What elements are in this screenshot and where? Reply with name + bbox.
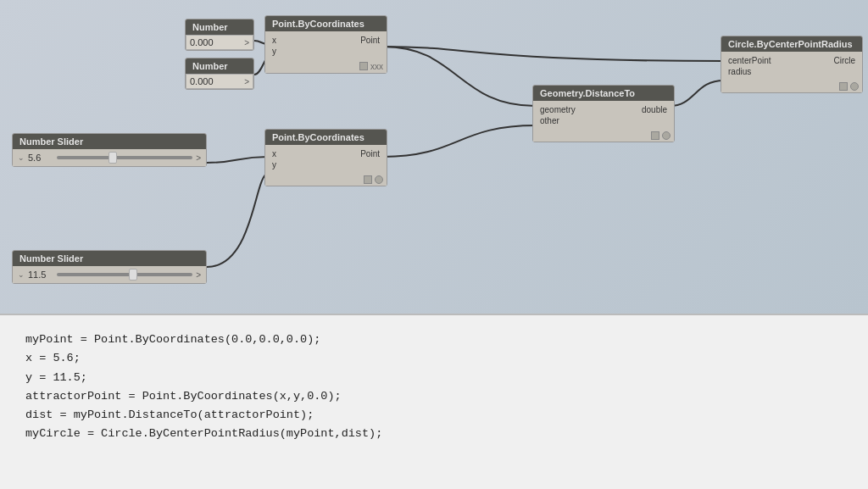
point-node-2-header: Point.ByCoordinates — [265, 130, 387, 145]
node-canvas[interactable]: Number 0.000 > Number 0.000 > Point.ByCo… — [0, 0, 868, 314]
circle-node-footer-sq — [839, 82, 848, 91]
geo-dist-footer-sq — [651, 131, 659, 140]
slider-node-1: Number Slider ⌄ 5.6 > — [12, 133, 207, 167]
point-node-1-footer-sq — [359, 62, 368, 70]
code-panel: myPoint = Point.ByCoordinates(0.0,0.0,0.… — [0, 314, 868, 489]
code-display: myPoint = Point.ByCoordinates(0.0,0.0,0.… — [25, 331, 843, 444]
point-node-1-port-x: x — [270, 36, 278, 45]
circle-node-header: Circle.ByCenterPointRadius — [721, 36, 862, 52]
number-node-1-arrow: > — [244, 38, 249, 47]
slider-node-1-header: Number Slider — [13, 134, 206, 149]
code-line-1: myPoint = Point.ByCoordinates(0.0,0.0,0.… — [25, 333, 320, 346]
point-node-2-footer-sq — [364, 175, 372, 184]
slider-node-2: Number Slider ⌄ 11.5 > — [12, 250, 207, 284]
number-node-1: Number 0.000 > — [185, 19, 254, 51]
circle-node-output: Circle — [832, 56, 857, 65]
code-line-5: dist = myPoint.DistanceTo(attractorPoint… — [25, 408, 314, 421]
number-node-1-value[interactable]: 0.000 > — [186, 35, 253, 50]
point-node-1-port-y: y — [270, 47, 278, 56]
slider-node-2-chevron[interactable]: ⌄ — [18, 270, 25, 279]
point-node-1-output: Point — [359, 36, 381, 45]
point-node-2: Point.ByCoordinates x Point y — [264, 129, 387, 186]
geo-dist-node: Geometry.DistanceTo geometry double othe… — [532, 85, 675, 142]
slider-node-2-thumb[interactable] — [129, 269, 137, 281]
point-node-2-output: Point — [359, 149, 381, 158]
circle-node: Circle.ByCenterPointRadius centerPoint C… — [721, 36, 863, 93]
number-node-2-value[interactable]: 0.000 > — [186, 74, 253, 89]
slider-node-2-value: 11.5 — [28, 270, 53, 280]
slider-node-1-arrow: > — [196, 153, 201, 163]
circle-node-centerpoint-port: centerPoint — [726, 56, 773, 65]
slider-node-1-thumb[interactable] — [108, 152, 117, 164]
slider-node-1-chevron[interactable]: ⌄ — [18, 153, 25, 162]
slider-node-2-header: Number Slider — [13, 251, 206, 266]
point-node-2-footer-circ — [375, 175, 383, 184]
number-node-2-header: Number — [186, 58, 253, 74]
point-node-1-footer-text: xxx — [370, 62, 383, 71]
geo-dist-other-port: other — [538, 116, 561, 125]
slider-node-2-arrow: > — [196, 270, 201, 280]
number-node-2: Number 0.000 > — [185, 58, 254, 90]
slider-node-1-track[interactable] — [57, 156, 192, 159]
point-node-2-port-x: x — [270, 149, 278, 158]
slider-node-1-value: 5.6 — [28, 153, 53, 163]
geo-dist-node-header: Geometry.DistanceTo — [533, 86, 674, 101]
circle-node-radius-port: radius — [726, 67, 753, 76]
slider-node-2-track[interactable] — [57, 273, 192, 276]
geo-dist-output: double — [640, 105, 669, 114]
code-line-4: attractorPoint = Point.ByCoordinates(x,y… — [25, 390, 342, 403]
code-line-2: x = 5.6; — [25, 352, 81, 364]
circle-node-footer-circ — [850, 82, 859, 91]
point-node-1-header: Point.ByCoordinates — [265, 16, 387, 31]
number-node-2-arrow: > — [244, 77, 249, 86]
geo-dist-geometry-port: geometry — [538, 105, 577, 114]
number-node-1-header: Number — [186, 19, 253, 35]
point-node-2-port-y: y — [270, 160, 278, 169]
code-line-6: myCircle = Circle.ByCenterPointRadius(my… — [25, 427, 382, 440]
geo-dist-footer-circ — [662, 131, 670, 140]
point-node-1: Point.ByCoordinates x Point y xxx — [264, 15, 387, 74]
code-line-3: y = 11.5; — [25, 371, 87, 384]
